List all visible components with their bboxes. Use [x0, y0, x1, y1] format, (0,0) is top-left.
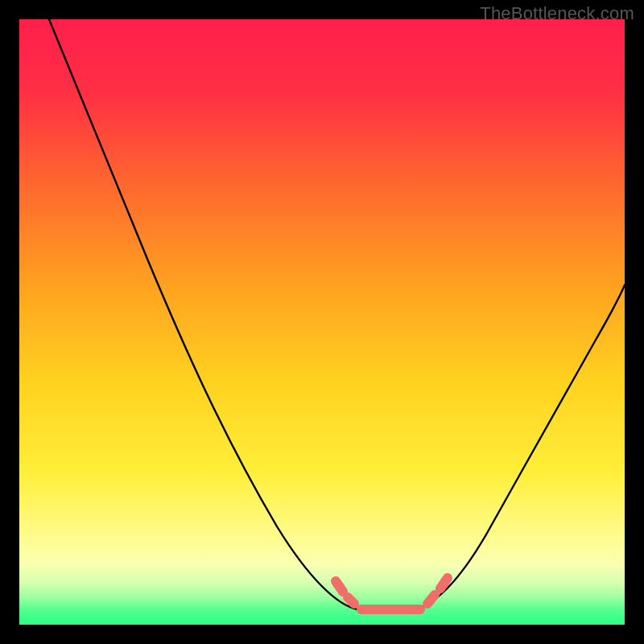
svg-rect-0: [19, 19, 625, 625]
plot-area: [19, 19, 625, 625]
chart-frame: TheBottleneck.com: [0, 0, 644, 644]
heat-gradient-backdrop: [19, 19, 625, 625]
watermark-text: TheBottleneck.com: [480, 3, 634, 24]
